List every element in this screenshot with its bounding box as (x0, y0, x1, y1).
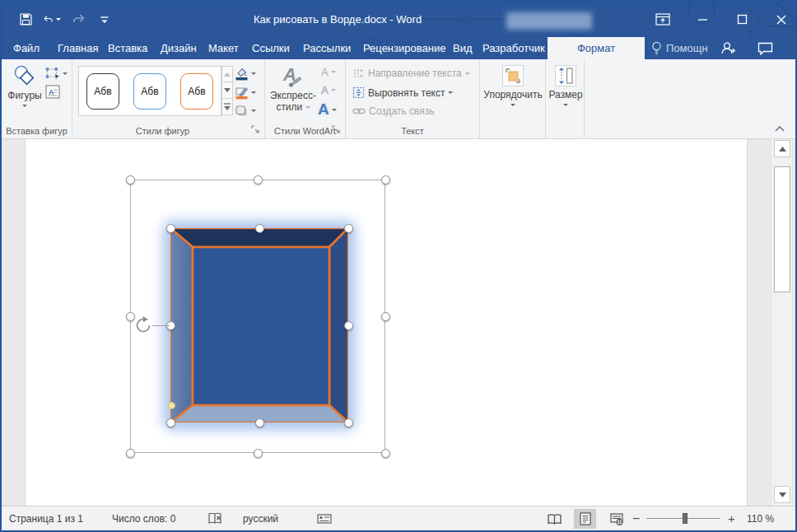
ribbon-tab-bar: Файл Главная Вставка Дизайн Макет Ссылки… (2, 37, 795, 59)
shape-style-option-1[interactable]: Абв (86, 73, 119, 110)
web-layout-icon[interactable] (605, 509, 627, 529)
tab-design[interactable]: Дизайн (161, 37, 197, 59)
maximize-icon[interactable] (733, 11, 751, 29)
align-text-button[interactable]: Выровнять текст (352, 86, 453, 99)
tell-me-control[interactable]: Помощн (651, 37, 708, 59)
tab-developer[interactable]: Разработчик (482, 37, 545, 59)
text-effects-button[interactable]: А (318, 100, 337, 119)
undo-dropdown-caret[interactable] (56, 18, 61, 21)
shape-effects-button[interactable] (235, 105, 256, 117)
undo-icon[interactable] (43, 11, 61, 29)
shape-handle-bottom-mid[interactable] (255, 418, 264, 427)
vertical-scrollbar[interactable] (771, 139, 792, 506)
create-link-label: Создать связь (369, 105, 434, 117)
text-direction-icon (352, 68, 365, 79)
scroll-down-icon[interactable] (774, 486, 790, 503)
tab-review[interactable]: Рецензирование (363, 37, 445, 59)
shape-handle-top-left[interactable] (166, 224, 175, 233)
collapse-ribbon-icon[interactable] (774, 124, 785, 135)
text-outline-button[interactable]: A (321, 84, 336, 96)
shape-style-option-2[interactable]: Абв (133, 73, 166, 110)
canvas-handle-bottom-mid[interactable] (254, 449, 263, 458)
tab-layout[interactable]: Макет (208, 37, 239, 59)
shape-outline-caret (251, 91, 256, 94)
tab-view[interactable]: Вид (453, 37, 473, 59)
tab-home[interactable]: Главная (58, 37, 98, 59)
window-controls (654, 2, 790, 37)
shape-adjust-handle[interactable] (168, 402, 175, 409)
comments-button[interactable] (757, 37, 773, 59)
selected-bevel-shape[interactable] (170, 228, 348, 422)
tab-references[interactable]: Ссылки (252, 37, 290, 59)
zoom-in-button[interactable]: + (728, 506, 735, 530)
shape-fill-button[interactable] (235, 67, 256, 81)
gallery-more-icon[interactable] (221, 99, 233, 115)
zoom-level[interactable]: 110 % (747, 506, 774, 530)
text-box-button[interactable]: A (45, 85, 60, 99)
scrollbar-thumb[interactable] (774, 166, 790, 292)
tab-mailings[interactable]: Рассылки (303, 37, 351, 59)
shape-outline-button[interactable] (235, 86, 256, 100)
gallery-scroll-up-icon[interactable] (221, 66, 233, 82)
edit-shape-caret (63, 72, 68, 75)
shape-handle-top-right[interactable] (344, 224, 353, 233)
group-label-wordart: Стили WordArt (265, 126, 345, 136)
page-indicator[interactable]: Страница 1 из 1 (9, 506, 83, 530)
shape-handle-top-mid[interactable] (255, 224, 264, 233)
text-effects-caret (332, 109, 337, 111)
shape-handle-mid-right[interactable] (344, 321, 353, 330)
quick-styles-button[interactable]: А Экспресс- стили (272, 64, 315, 113)
align-text-label: Выровнять текст (368, 87, 445, 99)
canvas-handle-mid-right[interactable] (381, 312, 390, 321)
text-box-icon: A (45, 85, 60, 99)
arrange-caret (510, 104, 515, 106)
shape-fill-caret (251, 72, 256, 75)
size-button[interactable]: Размер (548, 65, 584, 106)
edit-shape-button[interactable] (45, 67, 68, 80)
canvas-handle-top-left[interactable] (126, 175, 135, 184)
group-size: Размер (546, 59, 585, 138)
group-label-shape-styles: Стили фигур (72, 126, 264, 136)
rotation-handle-icon[interactable] (133, 315, 154, 336)
close-icon[interactable] (772, 11, 790, 29)
tab-file[interactable]: Файл (13, 37, 40, 59)
shapes-label: Фигуры (7, 90, 41, 101)
share-button[interactable] (720, 37, 736, 59)
zoom-slider-thumb[interactable] (683, 513, 687, 524)
canvas-handle-bottom-left[interactable] (126, 449, 135, 458)
ribbon-display-options-icon[interactable] (654, 11, 672, 29)
print-layout-icon[interactable] (574, 509, 596, 529)
text-fill-button[interactable]: A (321, 66, 336, 78)
create-link-button[interactable]: Создать связь (352, 105, 434, 117)
tab-insert[interactable]: Вставка (108, 37, 147, 59)
shapes-button[interactable]: Фигуры (7, 64, 43, 107)
canvas-handle-bottom-right[interactable] (381, 449, 390, 458)
save-icon[interactable] (16, 11, 35, 29)
shape-handle-bottom-left[interactable] (166, 418, 175, 427)
minimize-icon[interactable] (693, 11, 711, 29)
comments-icon (757, 42, 773, 55)
read-mode-icon[interactable] (543, 509, 566, 529)
scroll-up-icon[interactable] (774, 140, 790, 157)
gallery-scroll-down-icon[interactable] (221, 82, 233, 99)
word-count[interactable]: Число слов: 0 (112, 506, 175, 530)
language-indicator[interactable]: русский (243, 506, 278, 530)
shape-style-option-3[interactable]: Абв (180, 73, 213, 110)
canvas-handle-top-right[interactable] (381, 175, 390, 184)
text-fill-icon: A (321, 66, 329, 78)
ribbon: Фигуры A Вставка фигур (2, 59, 795, 139)
tab-format-active[interactable]: Формат (548, 37, 645, 59)
customize-qat-icon[interactable] (96, 11, 114, 29)
zoom-out-button[interactable]: − (632, 506, 640, 530)
redo-icon[interactable] (69, 11, 87, 29)
text-outline-icon: A (321, 84, 329, 96)
canvas-handle-top-mid[interactable] (254, 175, 263, 184)
text-direction-button[interactable]: Направление текста (352, 68, 470, 79)
input-indicator-icon[interactable] (317, 506, 332, 530)
arrange-button[interactable]: Упорядочить (492, 65, 534, 106)
account-name-blurred (506, 12, 592, 30)
window-title: Как рисовать в Ворде.docx - Word (254, 2, 422, 37)
proofing-errors-icon[interactable] (207, 506, 222, 530)
shape-handle-bottom-right[interactable] (344, 418, 353, 427)
document-area (2, 139, 795, 506)
